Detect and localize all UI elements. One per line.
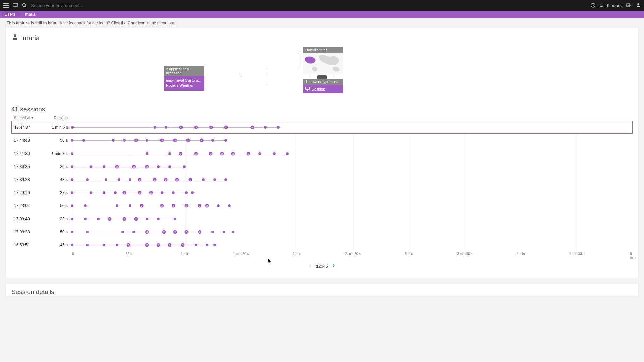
event-dot[interactable] xyxy=(191,191,194,194)
event-badge[interactable]: 3 xyxy=(188,178,192,181)
event-badge[interactable]: 2 xyxy=(186,138,190,142)
event-dot[interactable] xyxy=(132,231,135,233)
event-badge[interactable]: 2 xyxy=(224,125,228,129)
session-row[interactable]: 17:47:071 min 5 s42223 xyxy=(11,121,633,134)
event-dot[interactable] xyxy=(105,178,107,181)
page-number[interactable]: 4 xyxy=(323,264,326,269)
event-badge[interactable]: 4 xyxy=(198,230,201,234)
event-badge[interactable]: 3 xyxy=(115,165,119,168)
event-dot[interactable] xyxy=(146,139,148,142)
col-duration[interactable]: Duration xyxy=(48,116,70,120)
event-dot[interactable] xyxy=(277,126,280,129)
event-dot[interactable] xyxy=(123,139,126,142)
event-dot[interactable] xyxy=(165,126,167,129)
event-dot[interactable] xyxy=(103,165,105,168)
event-dot[interactable] xyxy=(129,178,131,181)
event-dot[interactable] xyxy=(116,244,118,246)
event-badge[interactable]: 2 xyxy=(160,138,164,142)
event-dot[interactable] xyxy=(114,191,117,194)
event-dot[interactable] xyxy=(217,204,220,207)
browser-card[interactable]: 1 browser type used Desktop xyxy=(303,79,343,93)
next-page-button[interactable] xyxy=(330,263,337,269)
event-dot[interactable] xyxy=(264,126,267,129)
event-badge[interactable]: 3 xyxy=(123,191,126,194)
event-dot[interactable] xyxy=(146,152,148,155)
event-badge[interactable]: 2 xyxy=(149,191,153,194)
event-dot[interactable] xyxy=(157,218,160,220)
event-badge[interactable]: 2 xyxy=(160,204,164,207)
search-icon[interactable] xyxy=(22,3,27,8)
event-badge[interactable]: 4 xyxy=(145,230,149,234)
event-badge[interactable]: 2 xyxy=(184,230,188,234)
event-dot[interactable] xyxy=(71,178,73,181)
session-row[interactable]: 17:39:2848 s22223 xyxy=(11,173,633,186)
event-dot[interactable] xyxy=(157,165,160,168)
event-badge[interactable]: 3 xyxy=(200,138,203,142)
event-dot[interactable] xyxy=(174,218,176,220)
event-dot[interactable] xyxy=(86,178,89,181)
time-range-button[interactable]: Last 6 hours xyxy=(591,3,622,8)
event-dot[interactable] xyxy=(168,165,171,168)
event-badge[interactable]: 2 xyxy=(173,230,177,234)
event-dot[interactable] xyxy=(211,231,214,233)
event-dot[interactable] xyxy=(172,191,175,194)
event-badge[interactable]: 2 xyxy=(209,152,213,155)
event-badge[interactable]: 2 xyxy=(123,217,126,221)
event-dot[interactable] xyxy=(232,231,234,233)
event-dot[interactable] xyxy=(206,244,208,246)
user-menu-icon[interactable] xyxy=(636,3,641,8)
event-dot[interactable] xyxy=(71,231,73,233)
event-badge[interactable]: 2 xyxy=(205,204,209,207)
event-badge[interactable]: 2 xyxy=(108,217,111,221)
event-dot[interactable] xyxy=(195,244,197,246)
event-badge[interactable]: 2 xyxy=(231,152,235,155)
event-dot[interactable] xyxy=(103,191,105,194)
event-dot[interactable] xyxy=(185,191,188,194)
event-dot[interactable] xyxy=(183,165,186,168)
menu-icon[interactable] xyxy=(3,3,9,8)
event-dot[interactable] xyxy=(213,244,216,246)
event-dot[interactable] xyxy=(161,191,163,194)
event-badge[interactable]: 2 xyxy=(134,217,138,221)
event-dot[interactable] xyxy=(71,244,73,246)
event-dot[interactable] xyxy=(71,165,73,168)
session-row[interactable]: 17:23:0450 s322222 xyxy=(11,199,633,212)
event-badge[interactable]: 2 xyxy=(168,243,171,247)
event-dot[interactable] xyxy=(90,165,92,168)
event-dot[interactable] xyxy=(286,152,289,155)
event-badge[interactable]: 2 xyxy=(153,178,156,181)
event-dot[interactable] xyxy=(86,244,89,246)
event-dot[interactable] xyxy=(71,139,73,142)
event-dot[interactable] xyxy=(228,204,231,207)
event-dot[interactable] xyxy=(224,178,227,181)
prev-page-button[interactable] xyxy=(307,263,314,269)
event-dot[interactable] xyxy=(84,204,87,207)
event-dot[interactable] xyxy=(71,204,73,207)
event-dot[interactable] xyxy=(103,244,105,246)
event-badge[interactable]: 2 xyxy=(162,230,166,234)
event-dot[interactable] xyxy=(211,139,214,142)
event-badge[interactable]: 3 xyxy=(126,243,130,247)
event-dot[interactable] xyxy=(112,139,115,142)
event-dot[interactable] xyxy=(258,152,261,155)
event-badge[interactable]: 2 xyxy=(198,204,201,207)
event-badge[interactable]: 2 xyxy=(157,243,160,247)
event-badge[interactable]: 2 xyxy=(132,165,136,168)
session-row[interactable]: 17:41:301 min 8 s332223 xyxy=(11,147,633,160)
event-dot[interactable] xyxy=(71,218,73,220)
event-badge[interactable]: 2 xyxy=(145,165,149,168)
event-badge[interactable]: 2 xyxy=(220,152,224,155)
event-badge[interactable]: 4 xyxy=(179,125,183,129)
event-badge[interactable]: 2 xyxy=(184,204,188,207)
event-dot[interactable] xyxy=(71,191,73,194)
session-row[interactable]: 17:39:3536 s322 xyxy=(11,160,633,173)
session-row[interactable]: 16:53:5145 s32223 xyxy=(11,238,633,251)
event-badge[interactable]: 3 xyxy=(181,243,184,247)
search-input[interactable] xyxy=(31,3,165,8)
event-dot[interactable] xyxy=(273,152,276,155)
event-dot[interactable] xyxy=(224,139,227,142)
country-card[interactable]: United States xyxy=(303,47,343,75)
event-badge[interactable]: 2 xyxy=(173,138,177,142)
event-dot[interactable] xyxy=(116,204,118,207)
session-row[interactable]: 17:08:4933 s222 xyxy=(11,212,633,225)
